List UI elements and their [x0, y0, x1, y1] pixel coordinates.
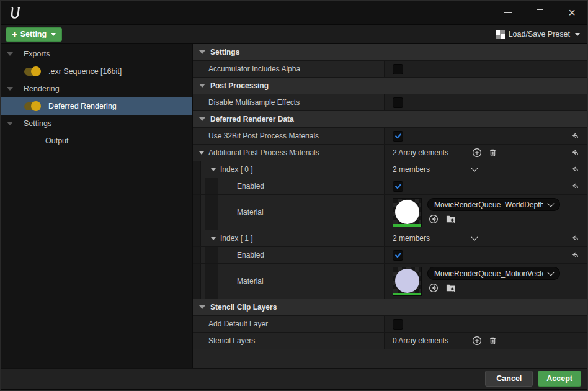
- indent-guide: [205, 178, 218, 194]
- enabled-toggle[interactable]: [24, 102, 40, 110]
- property-row-stencil-layers: Stencil Layers 0 Array elements: [193, 333, 587, 349]
- material-sphere-preview: [395, 200, 419, 224]
- use-selected-asset-button[interactable]: [429, 283, 439, 293]
- property-row-accumulator-includes-alpha: Accumulator Includes Alpha: [193, 61, 587, 78]
- collapse-arrow-icon[interactable]: [7, 52, 13, 56]
- reset-cell: [561, 264, 587, 299]
- collapse-arrow-icon[interactable]: [199, 84, 205, 88]
- maximize-button[interactable]: [533, 6, 546, 19]
- sidebar-group-label: Settings: [24, 119, 51, 128]
- plus-circle-icon: [472, 148, 482, 158]
- category-header-settings[interactable]: Settings: [193, 44, 587, 61]
- add-setting-button[interactable]: + Setting: [6, 27, 62, 42]
- collapse-arrow-icon[interactable]: [199, 305, 205, 309]
- property-label: Disable Multisample Effects: [208, 98, 300, 107]
- checkbox-checked[interactable]: [393, 181, 403, 192]
- load-save-preset-button[interactable]: Load/Save Preset: [496, 30, 580, 39]
- property-label: Accumulator Includes Alpha: [208, 65, 300, 73]
- material-thumbnail[interactable]: [393, 267, 422, 296]
- add-array-element-button[interactable]: [472, 336, 482, 346]
- material-thumbnail[interactable]: [393, 198, 422, 227]
- check-icon: [394, 251, 402, 259]
- sidebar-item-exr-sequence[interactable]: .exr Sequence [16bit]: [1, 63, 192, 80]
- checkbox-unchecked[interactable]: [393, 97, 403, 108]
- browse-to-asset-button[interactable]: [445, 283, 456, 293]
- collapse-arrow-icon[interactable]: [211, 168, 216, 171]
- checkbox-unchecked[interactable]: [393, 64, 403, 74]
- use-selected-asset-button[interactable]: [429, 214, 439, 224]
- indent-guide: [205, 264, 218, 299]
- browse-to-asset-button[interactable]: [445, 214, 456, 224]
- checkbox-checked[interactable]: [393, 131, 403, 142]
- reset-to-default-button[interactable]: [570, 251, 579, 259]
- chevron-down-icon[interactable]: [471, 233, 478, 240]
- clear-array-button[interactable]: [488, 336, 497, 346]
- reset-arrow-icon: [570, 148, 579, 157]
- settings-sidebar: Exports .exr Sequence [16bit] Rendering …: [1, 44, 193, 368]
- main-area: Exports .exr Sequence [16bit] Rendering …: [1, 44, 587, 368]
- add-setting-label: Setting: [20, 30, 47, 38]
- asset-type-color-bar: [393, 224, 421, 227]
- chevron-down-icon: [547, 269, 554, 276]
- reset-arrow-icon: [570, 165, 579, 174]
- check-icon: [394, 132, 402, 140]
- asset-dropdown[interactable]: MovieRenderQueue_WorldDepth: [427, 198, 560, 211]
- preset-checker-icon: [496, 30, 505, 39]
- reset-cell: [561, 247, 587, 263]
- asset-type-color-bar: [393, 293, 421, 295]
- arrow-left-circle-icon: [429, 214, 439, 224]
- property-label: Enabled: [237, 182, 264, 191]
- sidebar-group-settings[interactable]: Settings: [1, 115, 192, 132]
- checkbox-checked[interactable]: [393, 250, 403, 261]
- sidebar-group-label: Exports: [24, 50, 50, 58]
- property-row-additional-post-process-materials: Additional Post Process Materials 2 Arra…: [193, 145, 587, 161]
- reset-to-default-button[interactable]: [570, 234, 579, 243]
- category-header-deferred-renderer-data[interactable]: Deferred Renderer Data: [193, 111, 587, 128]
- reset-to-default-button[interactable]: [570, 182, 579, 191]
- window-resize-edge: [1, 389, 587, 391]
- trash-icon: [488, 148, 497, 158]
- indent-guide: [193, 230, 201, 246]
- sidebar-group-exports[interactable]: Exports: [1, 45, 192, 63]
- material-asset-widget: MovieRenderQueue_WorldDepth: [393, 195, 560, 227]
- collapse-arrow-icon[interactable]: [211, 237, 216, 240]
- property-label: Index [ 0 ]: [220, 165, 253, 174]
- minimize-button[interactable]: [501, 6, 514, 19]
- enabled-toggle[interactable]: [24, 68, 40, 76]
- accept-button[interactable]: Accept: [538, 371, 581, 387]
- sidebar-item-deferred-rendering[interactable]: Deferred Rendering: [1, 97, 192, 115]
- cancel-button[interactable]: Cancel: [485, 371, 533, 387]
- reset-to-default-button[interactable]: [570, 132, 579, 140]
- reset-to-default-button[interactable]: [570, 165, 579, 174]
- movie-render-settings-window: × + Setting Load/Save Preset Exports .ex…: [0, 0, 588, 391]
- category-header-stencil-clip-layers[interactable]: Stencil Clip Layers: [193, 299, 587, 316]
- sidebar-item-output[interactable]: Output: [1, 132, 192, 150]
- plus-circle-icon: [472, 336, 482, 346]
- collapse-arrow-icon[interactable]: [199, 50, 205, 54]
- property-label: Material: [237, 208, 264, 217]
- reset-to-default-button[interactable]: [570, 148, 579, 157]
- toolbar: + Setting Load/Save Preset: [1, 24, 587, 44]
- indent-guide: [193, 178, 201, 194]
- add-array-element-button[interactable]: [472, 148, 482, 158]
- reset-cell: [561, 61, 587, 77]
- asset-name: MovieRenderQueue_MotionVectors: [434, 269, 543, 278]
- close-icon: ×: [568, 6, 576, 19]
- property-row-enabled-1: Enabled: [193, 247, 587, 264]
- collapse-arrow-icon[interactable]: [199, 117, 205, 121]
- sidebar-group-rendering[interactable]: Rendering: [1, 80, 192, 97]
- checkbox-unchecked[interactable]: [393, 319, 403, 330]
- category-header-post-processing[interactable]: Post Processing: [193, 78, 587, 94]
- close-button[interactable]: ×: [565, 6, 579, 19]
- chevron-down-icon[interactable]: [471, 164, 478, 171]
- collapse-arrow-icon[interactable]: [199, 151, 204, 155]
- reset-cell: [561, 128, 587, 144]
- check-icon: [394, 182, 402, 190]
- collapse-arrow-icon[interactable]: [7, 87, 13, 91]
- asset-dropdown[interactable]: MovieRenderQueue_MotionVectors: [427, 267, 560, 280]
- clear-array-button[interactable]: [488, 148, 497, 158]
- folder-search-icon: [445, 283, 456, 293]
- property-row-use-32bit-post-process-materials: Use 32Bit Post Process Materials: [193, 128, 587, 145]
- collapse-arrow-icon[interactable]: [7, 122, 13, 125]
- category-label: Deferred Renderer Data: [210, 115, 294, 124]
